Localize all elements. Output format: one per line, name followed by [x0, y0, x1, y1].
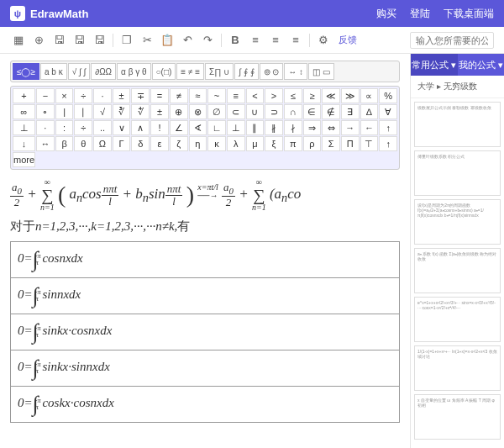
symbol-button[interactable]: :	[55, 120, 74, 135]
symbol-button[interactable]: ⊥	[227, 120, 245, 135]
symbol-button[interactable]: >	[265, 88, 283, 103]
symbol-category[interactable]: α β γ θ	[117, 63, 150, 80]
symbol-button[interactable]: ∜	[131, 104, 150, 119]
symbol-button[interactable]: Γ	[113, 136, 131, 151]
template-card[interactable]: e^x=1+x+x²/2!+x³/3!+··· sinx=x-x³/3!+x⁵/…	[414, 297, 501, 342]
symbol-button[interactable]: ∣	[74, 104, 92, 119]
tab-mine[interactable]: 我的公式 ▾	[458, 54, 505, 76]
symbol-button[interactable]: ≠	[170, 88, 188, 103]
symbol-button[interactable]: ∦	[265, 120, 283, 135]
symbol-button[interactable]: ε	[150, 136, 169, 151]
symbol-button[interactable]: ≈	[189, 88, 207, 103]
symbol-button[interactable]: ∝	[360, 88, 379, 103]
symbol-category[interactable]: ≤◯≥	[13, 63, 39, 80]
print-icon[interactable]: 🖫	[91, 32, 108, 49]
symbol-category[interactable]: ≡ ≠ ≡	[176, 63, 204, 80]
symbol-button[interactable]: ±	[113, 88, 131, 103]
export-icon[interactable]: 🖫	[71, 32, 87, 49]
symbol-button[interactable]: ∉	[322, 104, 340, 119]
symbol-button[interactable]: ↔	[36, 136, 55, 151]
symbol-button[interactable]: −	[36, 88, 55, 103]
search-input[interactable]	[410, 32, 494, 49]
symbol-button[interactable]: ∞	[13, 104, 35, 119]
symbol-button[interactable]: ⇒	[303, 120, 322, 135]
new-file-icon[interactable]: ▦	[10, 32, 27, 49]
symbol-button[interactable]: ←	[360, 120, 379, 135]
symbol-button[interactable]: ↓	[13, 136, 35, 151]
align-right-icon[interactable]: ≡	[287, 32, 304, 49]
symbol-button[interactable]: ..	[93, 120, 112, 135]
symbol-button[interactable]: β	[55, 136, 74, 151]
redo-icon[interactable]: ↷	[199, 32, 216, 49]
symbol-button[interactable]: =	[150, 88, 169, 103]
save-icon[interactable]: 🖫	[50, 32, 67, 49]
symbol-button[interactable]: ∃	[341, 104, 360, 119]
symbol-button[interactable]: ≥	[303, 88, 322, 103]
symbol-button[interactable]: κ	[207, 136, 226, 151]
template-card[interactable]: 傅里叶级数系数 积分公式	[414, 150, 501, 196]
symbol-button[interactable]: ·	[36, 120, 55, 135]
symbol-category[interactable]: √ ∫ ∫	[68, 63, 91, 80]
symbol-button[interactable]: Σ	[322, 136, 340, 151]
symbol-button[interactable]: more	[13, 152, 35, 167]
symbol-button[interactable]: ∛	[113, 104, 131, 119]
bold-icon[interactable]: B	[227, 32, 244, 49]
link-download[interactable]: 下载桌面端	[444, 7, 494, 21]
symbol-button[interactable]: ~	[207, 88, 226, 103]
symbol-button[interactable]: √	[93, 104, 112, 119]
table-row[interactable]: 0=∫-ππsinkx·sinnxdx	[11, 350, 399, 387]
text-line[interactable]: 对于n=1,2,3,···,k=1,2,3,···,···n≠k,有	[10, 219, 400, 235]
symbol-button[interactable]: ∅	[207, 104, 226, 119]
template-card[interactable]: x 自变量的位置 ω 角频率 A 振幅 T 周期 φ 初相	[414, 394, 501, 440]
template-card[interactable]: 级数展开公式示例 泰勒级数 幂级数收敛	[414, 102, 501, 147]
symbol-button[interactable]: ⊕	[170, 104, 188, 119]
symbol-button[interactable]: ±	[150, 104, 169, 119]
symbol-category[interactable]: a b κ	[40, 63, 67, 80]
symbol-button[interactable]: Π	[341, 136, 360, 151]
align-center-icon[interactable]: ≡	[267, 32, 284, 49]
symbol-button[interactable]: μ	[246, 136, 265, 151]
align-left-icon[interactable]: ≡	[247, 32, 264, 49]
paste-icon[interactable]: 📋	[159, 32, 176, 49]
symbol-button[interactable]: ∆	[360, 104, 379, 119]
equation-1[interactable]: a02 + ∞∑n=1 ( ancosnπtl + bnsinnπtl ) x=…	[10, 178, 400, 212]
symbol-button[interactable]: ∘	[36, 104, 55, 119]
symbol-button[interactable]: ≪	[322, 88, 340, 103]
symbol-button[interactable]: η	[189, 136, 207, 151]
symbol-category[interactable]: ↔ ↕	[284, 63, 307, 80]
symbol-button[interactable]: ∓	[131, 88, 150, 103]
symbol-button[interactable]: ⊂	[227, 104, 245, 119]
symbol-button[interactable]: ÷	[74, 120, 92, 135]
symbol-category[interactable]: ∫ ∮ ∮	[234, 63, 258, 80]
link-login[interactable]: 登陆	[410, 7, 430, 21]
symbol-category[interactable]: ◫ ▭	[308, 63, 334, 80]
symbol-button[interactable]: ·	[93, 88, 112, 103]
symbol-button[interactable]: Ω	[93, 136, 112, 151]
table-row[interactable]: 0=∫-ππsinkx·cosnxdx	[11, 314, 399, 350]
symbol-button[interactable]: ∟	[207, 120, 226, 135]
symbol-category[interactable]: ⊚ ⊙	[260, 63, 284, 80]
symbol-button[interactable]: ∥	[246, 120, 265, 135]
table-row[interactable]: 0=∫-ππsinnxdx	[11, 278, 399, 314]
symbol-button[interactable]: ∧	[131, 120, 150, 135]
formula-canvas[interactable]: a02 + ∞∑n=1 ( ancosnπtl + bnsinnπtl ) x=…	[10, 178, 400, 423]
symbol-button[interactable]: ⊤	[360, 136, 379, 151]
symbol-button[interactable]: |	[55, 104, 74, 119]
symbol-button[interactable]: ⊥	[13, 120, 35, 135]
symbol-button[interactable]: δ	[131, 136, 150, 151]
symbol-button[interactable]: ≤	[284, 88, 302, 103]
symbol-button[interactable]: π	[284, 136, 302, 151]
symbol-category[interactable]: Σ∏ ∪	[205, 63, 234, 80]
symbol-button[interactable]: +	[13, 88, 35, 103]
symbol-button[interactable]: !	[150, 120, 169, 135]
symbol-button[interactable]: θ	[74, 136, 92, 151]
symbol-button[interactable]: ∢	[189, 120, 207, 135]
symbol-button[interactable]: ↑	[379, 120, 397, 135]
cut-icon[interactable]: ✂	[139, 32, 155, 49]
symbol-button[interactable]: ∩	[284, 104, 302, 119]
symbol-button[interactable]: ×	[55, 88, 74, 103]
undo-icon[interactable]: ↶	[179, 32, 196, 49]
symbol-button[interactable]: <	[246, 88, 265, 103]
template-card[interactable]: aₙ 系数 f(x) 函数 Σ|aₙ|收敛则级数 称为绝对收敛	[414, 248, 501, 293]
open-file-icon[interactable]: ⊕	[30, 32, 47, 49]
